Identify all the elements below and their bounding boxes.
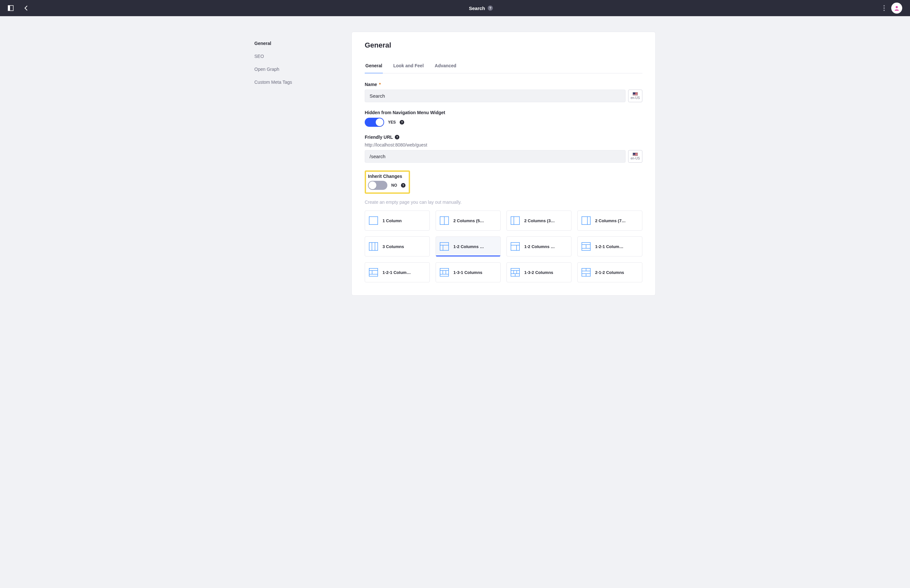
back-button[interactable]	[23, 5, 29, 11]
us-flag-icon	[633, 153, 638, 156]
layout-icon	[511, 242, 520, 250]
svg-rect-1	[8, 5, 10, 11]
page-body: GeneralSEOOpen GraphCustom Meta Tags Gen…	[232, 16, 678, 309]
tabs: GeneralLook and FeelAdvanced	[365, 61, 642, 73]
layout-grid: 1 Column2 Columns (5…2 Columns (3…2 Colu…	[365, 210, 642, 283]
layout-icon	[511, 216, 520, 225]
layout-label: 2-1-2 Columns	[595, 270, 624, 275]
svg-rect-3	[369, 217, 378, 225]
panel-heading: General	[365, 41, 642, 50]
inherit-toggle-state: NO	[391, 183, 397, 187]
layout-card[interactable]: 1-2-1 Colum…	[577, 236, 642, 257]
layout-icon	[369, 242, 378, 250]
hidden-label: Hidden from Navigation Menu Widget	[365, 110, 642, 115]
svg-rect-8	[582, 217, 591, 225]
kebab-menu-icon[interactable]	[884, 5, 885, 11]
svg-point-2	[896, 6, 898, 8]
layout-card[interactable]: 2 Columns (7…	[577, 210, 642, 231]
sidenav-item-seo[interactable]: SEO	[254, 50, 351, 63]
help-icon[interactable]: ?	[400, 120, 404, 124]
svg-rect-10	[369, 242, 378, 250]
tab-look-and-feel[interactable]: Look and Feel	[393, 61, 424, 73]
layout-card[interactable]: 1-3-2 Columns	[507, 262, 572, 283]
layout-card[interactable]: 1-3-1 Columns	[436, 262, 500, 283]
layout-label: 2 Columns (3…	[524, 218, 555, 223]
inherit-toggle[interactable]	[368, 181, 387, 190]
topbar-title-group: Search ?	[99, 5, 863, 11]
layout-label: 1-3-1 Columns	[453, 270, 483, 275]
locale-button-url[interactable]: en-US	[628, 150, 642, 163]
layout-card[interactable]: 2 Columns (5…	[436, 210, 500, 231]
layout-label: 2 Columns (5…	[453, 218, 484, 223]
friendly-url-label: Friendly URL ?	[365, 134, 642, 140]
inherit-label: Inherit Changes	[368, 174, 405, 179]
layout-label: 1-2 Columns …	[524, 244, 555, 249]
hidden-toggle-state: YES	[388, 120, 396, 124]
name-field: Name * en-US	[365, 82, 642, 102]
name-input[interactable]	[365, 90, 625, 102]
topbar-left	[8, 5, 99, 11]
layout-icon	[440, 242, 449, 250]
layout-icon	[440, 268, 449, 276]
layout-label: 1 Column	[382, 218, 402, 223]
help-icon[interactable]: ?	[395, 135, 399, 139]
help-icon[interactable]: ?	[401, 183, 405, 187]
main-panel: General GeneralLook and FeelAdvanced Nam…	[351, 32, 656, 296]
layout-card[interactable]: 1-2 Columns …	[507, 236, 572, 257]
layout-card[interactable]: 2 Columns (3…	[507, 210, 572, 231]
layout-icon	[440, 216, 449, 225]
layout-label: 1-2-1 Colum…	[595, 244, 623, 249]
us-flag-icon	[633, 92, 638, 95]
layout-card[interactable]: 3 Columns	[365, 236, 430, 257]
topbar: Search ?	[0, 0, 910, 16]
layout-card[interactable]: 2-1-2 Columns	[577, 262, 642, 283]
friendly-url-input[interactable]	[365, 150, 625, 163]
layout-icon	[369, 268, 378, 276]
layout-card[interactable]: 1-2-1 Colum…	[365, 262, 430, 283]
svg-rect-6	[511, 217, 520, 225]
sidebar-toggle-icon[interactable]	[8, 5, 14, 11]
svg-rect-23	[369, 268, 378, 276]
tab-general[interactable]: General	[365, 61, 383, 73]
help-icon[interactable]: ?	[488, 5, 493, 11]
sidenav-item-custom-meta-tags[interactable]: Custom Meta Tags	[254, 76, 351, 89]
layout-label: 1-2-1 Colum…	[382, 270, 411, 275]
layout-icon	[369, 216, 378, 225]
layout-label: 2 Columns (7…	[595, 218, 626, 223]
layout-hint: Create an empty page you can lay out man…	[365, 200, 642, 205]
layout-card[interactable]: 1-2 Columns …	[436, 236, 500, 257]
layout-label: 1-2 Columns …	[453, 244, 484, 249]
inherit-changes-highlight: Inherit Changes NO ?	[365, 170, 410, 194]
svg-rect-27	[440, 268, 449, 276]
page-title: Search	[469, 5, 485, 11]
svg-rect-13	[440, 242, 449, 250]
layout-card[interactable]: 1 Column	[365, 210, 430, 231]
avatar[interactable]	[891, 3, 902, 14]
hidden-field: Hidden from Navigation Menu Widget YES ?	[365, 110, 642, 127]
sidenav-item-open-graph[interactable]: Open Graph	[254, 63, 351, 76]
layout-label: 1-3-2 Columns	[524, 270, 554, 275]
hidden-toggle[interactable]	[365, 118, 384, 127]
tab-advanced[interactable]: Advanced	[434, 61, 457, 73]
sidenav: GeneralSEOOpen GraphCustom Meta Tags	[254, 32, 351, 89]
layout-icon	[511, 268, 520, 276]
layout-icon	[581, 242, 591, 250]
friendly-url-base: http://localhost:8080/web/guest	[365, 142, 642, 147]
layout-icon	[581, 216, 591, 225]
friendly-url-field: Friendly URL ? http://localhost:8080/web…	[365, 134, 642, 163]
required-indicator: *	[379, 82, 381, 87]
layout-icon	[581, 268, 591, 276]
layout-label: 3 Columns	[382, 244, 404, 249]
topbar-right	[863, 3, 902, 14]
name-label: Name *	[365, 82, 642, 87]
locale-button-name[interactable]: en-US	[628, 90, 642, 102]
sidenav-item-general[interactable]: General	[254, 37, 351, 50]
svg-rect-16	[511, 242, 520, 250]
